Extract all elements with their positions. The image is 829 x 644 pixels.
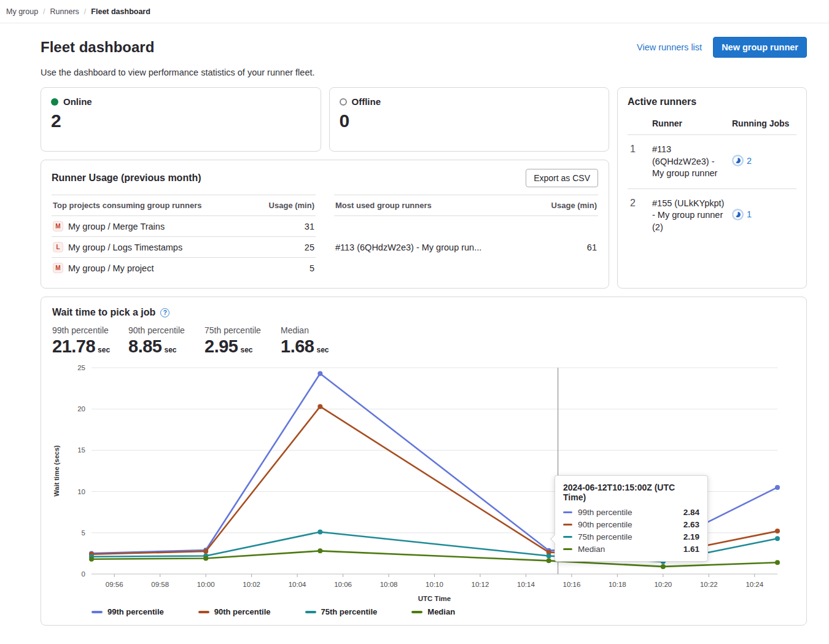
x-axis-tick-label: 09:58 (151, 581, 169, 588)
series-swatch (563, 524, 572, 526)
breadcrumb-separator: / (84, 7, 86, 16)
page-title: Fleet dashboard (41, 39, 154, 56)
offline-count: 0 (340, 111, 599, 131)
series-swatch (563, 536, 572, 538)
help-icon[interactable]: ? (160, 308, 169, 317)
runner-name-link[interactable]: #113 (6QHdzW2e3) - My group runner (650, 135, 730, 189)
legend-swatch (91, 611, 103, 613)
y-axis-tick-label: 5 (82, 529, 85, 537)
tooltip-row: 99th percentile 2.84 (563, 508, 699, 517)
online-status-icon (51, 98, 58, 106)
project-avatar: M (53, 263, 63, 273)
table-row: M My group / My project 5 (52, 258, 316, 279)
x-axis-tick-label: 10:20 (654, 581, 672, 588)
data-point (317, 404, 322, 409)
most-used-runners-table: Most used group runners Usage (min) #113… (334, 195, 598, 278)
stat-value: 2.95 (204, 336, 238, 357)
stat-75th-percentile: 75th percentile 2.95 sec (204, 325, 267, 357)
data-point (317, 371, 322, 376)
running-status-icon (732, 155, 744, 166)
top-projects-table: Top projects consuming group runners Usa… (52, 195, 316, 278)
data-point (547, 554, 551, 559)
runner-column-header: Runner (650, 114, 730, 135)
table-row: 1 #113 (6QHdzW2e3) - My group runner 2 (628, 135, 796, 189)
project-avatar: M (53, 221, 63, 231)
x-axis-tick-label: 10:08 (380, 581, 398, 588)
legend-item-75th-percentile[interactable]: 75th percentile (305, 607, 378, 616)
stat-unit: sec (240, 346, 252, 354)
table-row: 2 #155 (ULkKYpkpt) - My group runner (2)… (628, 188, 796, 242)
y-axis-tick-label: 25 (77, 364, 85, 371)
tooltip-row: 75th percentile 2.19 (563, 532, 699, 541)
stat-value: 21.78 (52, 336, 95, 357)
projects-column-header: Top projects consuming group runners (52, 195, 252, 216)
data-point (203, 549, 208, 554)
active-runners-panel: Active runners Runner Running Jobs 1 #11… (617, 87, 807, 289)
x-axis-tick-label: 10:14 (517, 581, 535, 588)
stat-value: 1.68 (281, 336, 314, 357)
tooltip-series-value: 1.61 (683, 545, 699, 554)
online-runners-card: Online 2 (41, 87, 321, 152)
project-avatar: L (53, 242, 63, 252)
main-content: Fleet dashboard View runners list New gr… (0, 23, 829, 637)
breadcrumb-runners[interactable]: Runners (50, 7, 79, 16)
tooltip-series-value: 2.63 (683, 520, 699, 529)
x-axis-tick-label: 10:16 (563, 581, 581, 588)
wait-time-title: Wait time to pick a job (52, 307, 155, 318)
breadcrumb-fleet-dashboard: Fleet dashboard (91, 7, 150, 16)
project-name: My group / Logs Timestamps (68, 242, 182, 252)
tooltip-series-value: 2.19 (683, 532, 699, 541)
view-runners-list-link[interactable]: View runners list (637, 42, 702, 52)
data-point (317, 529, 322, 534)
project-name: My group / My project (68, 263, 154, 273)
y-axis-tick-label: 0 (82, 570, 85, 578)
active-runners-table: Runner Running Jobs 1 #113 (6QHdzW2e3) -… (628, 114, 796, 242)
stat-unit: sec (164, 346, 176, 354)
chart-tooltip: 2024-06-12T10:15:00Z (UTC Time) 99th per… (555, 475, 708, 562)
chart-legend: 99th percentile90th percentile75th perce… (91, 607, 795, 616)
breadcrumb-separator: / (43, 7, 45, 16)
x-axis-tick-label: 10:22 (700, 581, 718, 588)
data-point (547, 558, 551, 563)
x-axis-tick-label: 09:56 (106, 581, 123, 588)
x-axis-title: UTC Time (418, 595, 451, 602)
breadcrumb: My group / Runners / Fleet dashboard (0, 0, 829, 23)
tooltip-series-value: 2.84 (683, 508, 699, 517)
running-jobs-count-link[interactable]: 2 (747, 156, 752, 166)
x-axis-tick-label: 10:18 (609, 581, 626, 588)
series-swatch (563, 548, 572, 550)
usage-column-header: Usage (min) (252, 195, 316, 216)
runner-rank: 2 (628, 188, 650, 242)
tooltip-row: Median 1.61 (563, 545, 699, 554)
tooltip-series-label: 75th percentile (578, 532, 632, 541)
y-axis-tick-label: 15 (77, 446, 85, 454)
table-row: M My group / Merge Trains 31 (52, 216, 316, 237)
x-axis-tick-label: 10:10 (426, 581, 443, 588)
legend-label: 90th percentile (214, 607, 271, 616)
legend-item-99th-percentile[interactable]: 99th percentile (91, 607, 164, 616)
running-status-icon (732, 209, 744, 220)
data-point (203, 556, 208, 561)
data-point (775, 485, 780, 490)
stat-median: Median 1.68 sec (281, 325, 343, 357)
data-point (317, 548, 322, 553)
runner-name-link[interactable]: #155 (ULkKYpkpt) - My group runner (2) (650, 188, 730, 242)
export-csv-button[interactable]: Export as CSV (526, 169, 598, 187)
breadcrumb-my-group[interactable]: My group (6, 7, 38, 16)
project-usage-minutes: 25 (252, 237, 316, 258)
active-runners-title: Active runners (628, 96, 796, 107)
legend-item-90th-percentile[interactable]: 90th percentile (198, 607, 271, 616)
legend-swatch (198, 611, 209, 613)
index-column-header (628, 114, 650, 135)
x-axis-tick-label: 10:04 (289, 581, 306, 588)
data-point (775, 536, 780, 541)
running-jobs-count-link[interactable]: 1 (747, 209, 752, 219)
new-group-runner-button[interactable]: New group runner (713, 37, 807, 58)
stat-unit: sec (316, 346, 329, 354)
usage-column-header: Usage (min) (534, 195, 598, 216)
legend-item-median[interactable]: Median (411, 607, 455, 616)
x-axis-tick-label: 10:12 (472, 581, 489, 588)
page-description: Use the dashboard to view performance st… (41, 68, 807, 77)
online-count: 2 (51, 111, 311, 131)
x-axis-tick-label: 10:02 (243, 581, 260, 588)
